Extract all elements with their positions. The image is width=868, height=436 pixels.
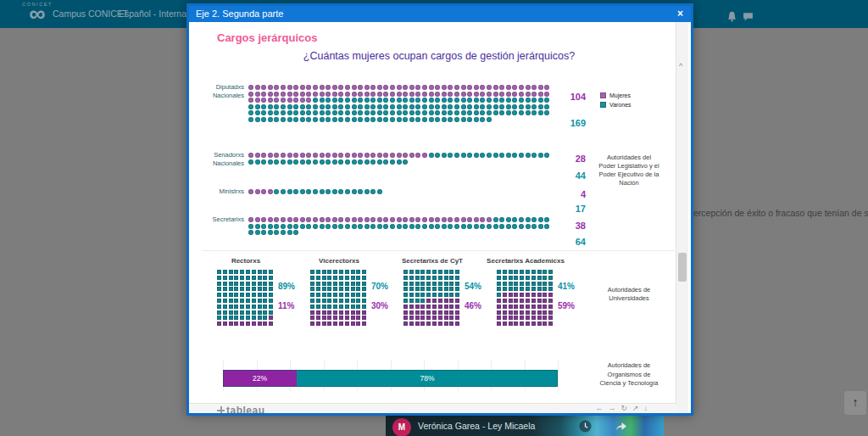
dot-varones — [358, 98, 363, 103]
cell-varones — [333, 282, 337, 286]
refresh-icon[interactable]: ↻ — [620, 404, 632, 412]
cell-mujeres — [531, 310, 536, 315]
dot-varones — [474, 104, 479, 109]
share-icon[interactable]: ↗ — [632, 404, 644, 412]
dot-mujeres — [320, 85, 325, 90]
dot-varones — [268, 230, 273, 235]
cell-varones — [531, 270, 536, 274]
scrollbar-up-arrow[interactable]: ^ — [679, 63, 682, 70]
cell-varones — [531, 282, 536, 286]
cell-mujeres — [509, 321, 513, 326]
close-icon[interactable]: × — [677, 8, 683, 20]
dot-varones — [274, 189, 279, 194]
redo-icon[interactable]: → — [608, 404, 620, 412]
dot-varones — [326, 224, 331, 229]
dot-varones — [300, 104, 305, 109]
video-share-icon[interactable] — [615, 420, 628, 433]
cell-varones — [415, 293, 420, 297]
dot-varones — [474, 153, 479, 158]
dot-varones — [345, 110, 350, 115]
cell-varones — [263, 276, 267, 280]
bell-icon[interactable] — [726, 11, 737, 22]
dot-varones — [383, 159, 388, 165]
dot-varones — [313, 98, 318, 103]
dot-mujeres — [293, 85, 298, 90]
cell-varones — [217, 299, 221, 303]
dot-varones — [377, 117, 382, 122]
dot-mujeres — [281, 92, 286, 97]
cell-varones — [542, 282, 547, 286]
dot-varones — [306, 159, 311, 165]
cell-varones — [263, 287, 267, 291]
scroll-to-top-button[interactable]: ↑ — [844, 391, 866, 415]
dot-mujeres — [519, 92, 524, 97]
cell-mujeres — [432, 321, 437, 326]
dot-varones — [281, 104, 286, 109]
dot-mujeres — [519, 85, 524, 90]
dot-mujeres — [390, 85, 395, 90]
dot-varones — [255, 117, 260, 122]
dot-mujeres — [409, 92, 415, 97]
cell-mujeres — [520, 293, 524, 297]
dot-varones — [287, 230, 292, 235]
cell-varones — [409, 287, 414, 291]
cell-varones — [316, 305, 320, 309]
cell-varones — [339, 276, 343, 280]
bar-gridline — [391, 360, 392, 391]
cell-varones — [258, 287, 262, 291]
waffle-grid — [217, 270, 275, 327]
cell-varones — [497, 282, 501, 286]
dot-varones — [370, 110, 376, 115]
cell-mujeres — [455, 310, 459, 315]
tableau-logo[interactable]: tableau — [217, 405, 265, 413]
dot-varones — [287, 110, 292, 115]
dot-varones — [332, 104, 337, 109]
chat-icon[interactable] — [743, 11, 754, 22]
dot-mujeres — [300, 92, 305, 97]
chart-title: ¿Cuántas mujeres ocupan cargos de gestió… — [257, 50, 621, 62]
cell-mujeres — [438, 305, 442, 309]
dot-mujeres — [287, 98, 292, 103]
video-embed[interactable]: M Verónica Garea - Ley Micaela — [386, 415, 664, 436]
dot-mujeres — [352, 85, 357, 90]
dot-mujeres — [429, 92, 434, 97]
dot-varones — [338, 104, 343, 109]
dot-mujeres — [448, 217, 453, 222]
undo-icon[interactable]: ← — [595, 404, 608, 412]
dot-varones — [531, 98, 537, 103]
modal-scrollbar[interactable]: ^ — [676, 22, 688, 413]
dot-varones — [364, 110, 370, 115]
dot-mujeres — [442, 92, 447, 97]
dot-varones — [442, 104, 447, 109]
cell-varones — [514, 276, 518, 280]
cell-mujeres — [449, 305, 453, 309]
cell-mujeres — [403, 305, 408, 309]
dot-varones — [255, 230, 260, 235]
conicet-logo[interactable]: CONICET ∞ — [22, 3, 53, 22]
cell-mujeres — [403, 310, 408, 315]
watch-later-icon[interactable] — [579, 420, 592, 433]
cell-varones — [449, 282, 453, 286]
cell-varones — [415, 276, 420, 280]
cell-varones — [229, 270, 233, 274]
cell-varones — [229, 299, 233, 303]
cell-mujeres — [497, 321, 501, 326]
cell-mujeres — [223, 321, 227, 326]
bar-gridline — [290, 360, 291, 391]
dot-mujeres — [338, 85, 343, 90]
dot-varones — [320, 104, 325, 109]
dot-mujeres — [268, 217, 273, 222]
nav-campus-conicet[interactable]: Campus CONICET — [53, 8, 128, 19]
dot-varones — [352, 98, 357, 103]
download-icon[interactable]: ↓ — [644, 404, 654, 412]
dot-mujeres — [487, 217, 492, 222]
dot-varones — [320, 224, 325, 229]
dot-varones — [338, 110, 343, 115]
dot-mujeres — [499, 85, 504, 90]
dot-varones — [531, 217, 537, 222]
cell-varones — [351, 287, 355, 291]
dot-varones — [377, 159, 382, 165]
dot-varones — [506, 153, 511, 158]
dot-mujeres — [338, 92, 343, 97]
scrollbar-thumb[interactable] — [678, 253, 687, 282]
